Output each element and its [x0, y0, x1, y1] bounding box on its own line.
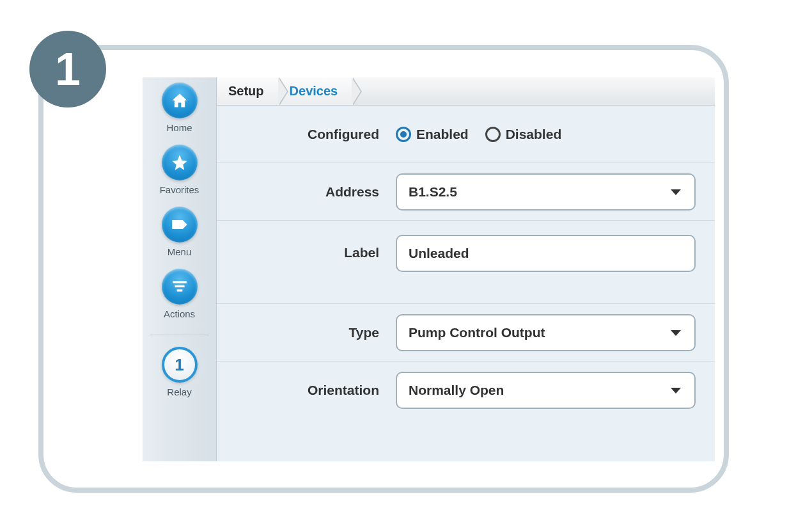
- label-configured: Configured: [217, 127, 396, 142]
- svg-rect-2: [176, 289, 182, 291]
- radio-label-enabled: Enabled: [416, 127, 469, 142]
- radio-label-disabled: Disabled: [506, 127, 562, 142]
- breadcrumb-devices[interactable]: Devices: [278, 77, 352, 105]
- chevron-down-icon: [670, 184, 682, 200]
- sidebar-item-home[interactable]: Home: [162, 83, 198, 133]
- content-area: Setup Devices Configured Enabled Disable…: [217, 77, 715, 461]
- select-address[interactable]: B1.S2.5: [396, 173, 696, 211]
- chevron-down-icon: [670, 383, 682, 398]
- input-label[interactable]: Unleaded: [396, 235, 696, 272]
- svg-rect-0: [173, 281, 187, 283]
- row-address: Address B1.S2.5: [217, 163, 715, 221]
- tag-icon: [162, 207, 198, 243]
- sidebar-item-actions[interactable]: Actions: [162, 269, 198, 319]
- select-type-value: Pump Control Output: [409, 325, 545, 340]
- home-icon: [162, 83, 198, 118]
- app-window: Home Favorites Menu Actions: [143, 77, 715, 461]
- sidebar-separator: [150, 335, 209, 335]
- row-configured: Configured Enabled Disabled: [217, 106, 715, 163]
- sidebar-item-favorites[interactable]: Favorites: [160, 145, 199, 195]
- form-area: Configured Enabled Disabled Ad: [217, 106, 715, 461]
- breadcrumb: Setup Devices: [217, 77, 715, 106]
- input-label-value: Unleaded: [409, 246, 469, 261]
- label-label: Label: [217, 235, 396, 260]
- sidebar-item-relay[interactable]: 1 Relay: [162, 347, 198, 397]
- sidebar-label-actions: Actions: [164, 308, 195, 319]
- radio-circle-enabled: [396, 127, 411, 142]
- radio-circle-disabled: [485, 127, 501, 142]
- radio-disabled[interactable]: Disabled: [485, 127, 562, 142]
- row-label: Label Unleaded: [217, 221, 715, 304]
- step-container: 1 Home Favorites Menu: [38, 45, 729, 493]
- row-type: Type Pump Control Output: [217, 304, 715, 362]
- step-number-badge: 1: [29, 31, 106, 107]
- configured-radio-group: Enabled Disabled: [396, 127, 696, 142]
- label-orientation: Orientation: [217, 383, 396, 398]
- sidebar: Home Favorites Menu Actions: [143, 77, 217, 461]
- sidebar-label-home: Home: [166, 122, 192, 133]
- sidebar-label-favorites: Favorites: [160, 184, 199, 195]
- label-address: Address: [217, 184, 396, 200]
- chevron-down-icon: [670, 325, 682, 340]
- sidebar-label-menu: Menu: [168, 246, 192, 257]
- select-orientation[interactable]: Normally Open: [396, 372, 696, 409]
- relay-icon: 1: [162, 347, 198, 383]
- sidebar-item-menu[interactable]: Menu: [162, 207, 198, 257]
- label-type: Type: [217, 325, 396, 340]
- breadcrumb-setup[interactable]: Setup: [217, 77, 278, 105]
- select-type[interactable]: Pump Control Output: [396, 314, 696, 351]
- star-icon: [162, 145, 198, 180]
- select-orientation-value: Normally Open: [409, 383, 504, 398]
- sidebar-label-relay: Relay: [167, 386, 191, 397]
- row-orientation: Orientation Normally Open: [217, 362, 715, 419]
- select-address-value: B1.S2.5: [409, 184, 457, 200]
- actions-icon: [162, 269, 198, 305]
- svg-rect-1: [175, 285, 184, 287]
- radio-enabled[interactable]: Enabled: [396, 127, 469, 142]
